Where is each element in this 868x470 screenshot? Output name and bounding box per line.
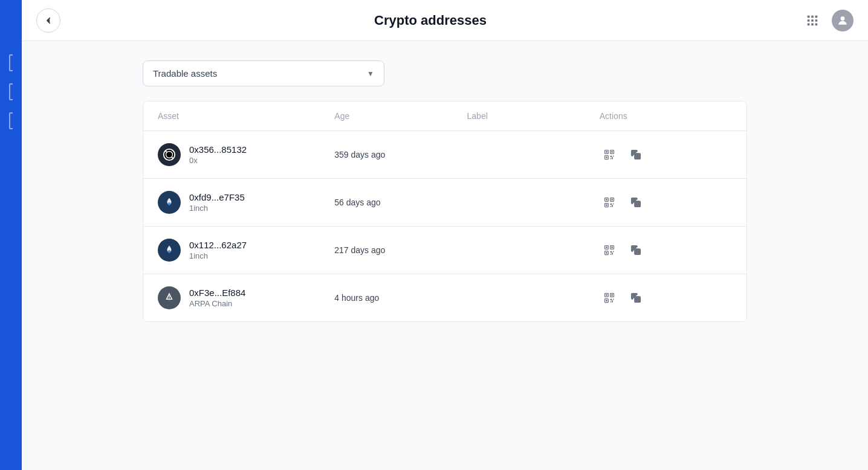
svg-rect-20: [613, 156, 614, 157]
svg-rect-33: [613, 204, 614, 205]
svg-rect-46: [613, 251, 614, 253]
svg-rect-63: [612, 300, 613, 302]
svg-rect-60: [610, 299, 612, 301]
svg-rect-55: [606, 294, 607, 296]
column-label: Label: [467, 111, 600, 121]
svg-rect-35: [612, 205, 613, 207]
sidebar-item-2: [9, 83, 13, 100]
svg-rect-31: [606, 204, 607, 206]
qr-code-button[interactable]: [600, 145, 619, 164]
svg-rect-23: [635, 153, 641, 159]
svg-point-25: [168, 202, 171, 205]
svg-rect-5: [815, 19, 818, 22]
svg-rect-0: [808, 15, 810, 18]
svg-rect-22: [612, 157, 613, 159]
actions-cell: [600, 193, 732, 212]
asset-info: 0xfd9...e7F35 1inch: [189, 192, 245, 213]
main-wrapper: Crypto addresses: [22, 0, 868, 470]
age-cell: 359 days ago: [334, 150, 467, 159]
copy-button[interactable]: [626, 193, 646, 212]
svg-rect-47: [610, 254, 611, 255]
asset-cell: 0xF3e...Ef884 ARPA Chain: [158, 286, 334, 309]
asset-address: 0x112...62a27: [189, 240, 247, 250]
copy-button[interactable]: [626, 240, 646, 260]
svg-rect-48: [612, 253, 613, 254]
asset-cell: 0xfd9...e7F35 1inch: [158, 191, 334, 214]
asset-cell: 0x356...85132 0x: [158, 143, 334, 166]
svg-rect-8: [815, 23, 818, 25]
svg-point-53: [169, 299, 170, 300]
header: Crypto addresses: [22, 0, 868, 41]
asset-token-label: 1inch: [189, 204, 245, 213]
svg-rect-19: [610, 156, 612, 158]
svg-rect-32: [610, 204, 612, 205]
svg-rect-18: [606, 156, 607, 158]
age-cell: 56 days ago: [334, 198, 467, 207]
age-cell: 217 days ago: [334, 245, 467, 255]
asset-filter-dropdown[interactable]: Tradable assets ▼: [143, 60, 384, 86]
asset-info: 0xF3e...Ef884 ARPA Chain: [189, 288, 245, 308]
svg-rect-44: [606, 252, 607, 254]
asset-info: 0x112...62a27 1inch: [189, 240, 247, 260]
filter-wrapper: Tradable assets ▼: [143, 60, 747, 86]
token-icon-arpa: [158, 286, 181, 309]
user-avatar[interactable]: [832, 10, 853, 31]
svg-rect-3: [808, 19, 810, 22]
table-row[interactable]: 0xF3e...Ef884 ARPA Chain 4 hours ago: [143, 274, 747, 321]
copy-button[interactable]: [626, 145, 646, 164]
column-asset: Asset: [158, 111, 334, 121]
svg-rect-59: [606, 300, 607, 301]
svg-rect-1: [811, 15, 814, 18]
svg-rect-21: [610, 158, 611, 159]
asset-token-label: 0x: [189, 156, 247, 165]
actions-cell: [600, 145, 732, 164]
qr-code-button[interactable]: [600, 288, 619, 307]
table-row[interactable]: 0x112...62a27 1inch 217 days ago: [143, 227, 747, 274]
addresses-table: Asset Age Label Actions 0x356: [143, 101, 747, 322]
dropdown-label: Tradable assets: [153, 68, 217, 79]
header-right: [800, 8, 853, 33]
token-icon-1inch: [158, 239, 181, 262]
sidebar-item-3: [9, 112, 13, 129]
token-icon-0x: [158, 143, 181, 166]
svg-rect-36: [635, 201, 641, 207]
asset-address: 0x356...85132: [189, 144, 247, 155]
sidebar: [0, 0, 22, 470]
table-row[interactable]: 0x356...85132 0x 359 days ago: [143, 131, 747, 179]
svg-rect-6: [808, 23, 810, 25]
sidebar-item-1: [9, 54, 13, 71]
asset-info: 0x356...85132 0x: [189, 144, 247, 165]
actions-cell: [600, 288, 732, 307]
page-title: Crypto addresses: [60, 13, 800, 28]
svg-rect-61: [613, 299, 614, 300]
svg-rect-49: [635, 249, 641, 255]
chevron-down-icon: ▼: [367, 69, 374, 78]
svg-rect-62: [610, 301, 611, 303]
svg-rect-4: [811, 19, 814, 22]
svg-point-9: [841, 16, 845, 21]
svg-rect-2: [815, 15, 818, 18]
qr-code-button[interactable]: [600, 193, 619, 212]
copy-button[interactable]: [626, 288, 646, 307]
svg-rect-34: [610, 206, 611, 207]
svg-rect-29: [611, 199, 613, 201]
qr-code-button[interactable]: [600, 240, 619, 260]
svg-point-38: [168, 250, 171, 253]
asset-cell: 0x112...62a27 1inch: [158, 239, 334, 262]
svg-point-12: [166, 152, 173, 158]
asset-token-label: ARPA Chain: [189, 299, 245, 308]
svg-rect-16: [611, 151, 613, 153]
column-actions: Actions: [600, 111, 732, 121]
svg-rect-27: [606, 199, 607, 201]
table-row[interactable]: 0xfd9...e7F35 1inch 56 days ago: [143, 179, 747, 227]
svg-rect-7: [811, 23, 814, 25]
grid-icon-button[interactable]: [800, 8, 824, 33]
back-button[interactable]: [36, 8, 60, 33]
svg-rect-64: [635, 297, 641, 303]
actions-cell: [600, 240, 732, 260]
token-icon-1inch: [158, 191, 181, 214]
svg-rect-40: [606, 246, 607, 248]
header-left: [36, 8, 60, 33]
age-cell: 4 hours ago: [334, 293, 467, 303]
column-age: Age: [334, 111, 467, 121]
